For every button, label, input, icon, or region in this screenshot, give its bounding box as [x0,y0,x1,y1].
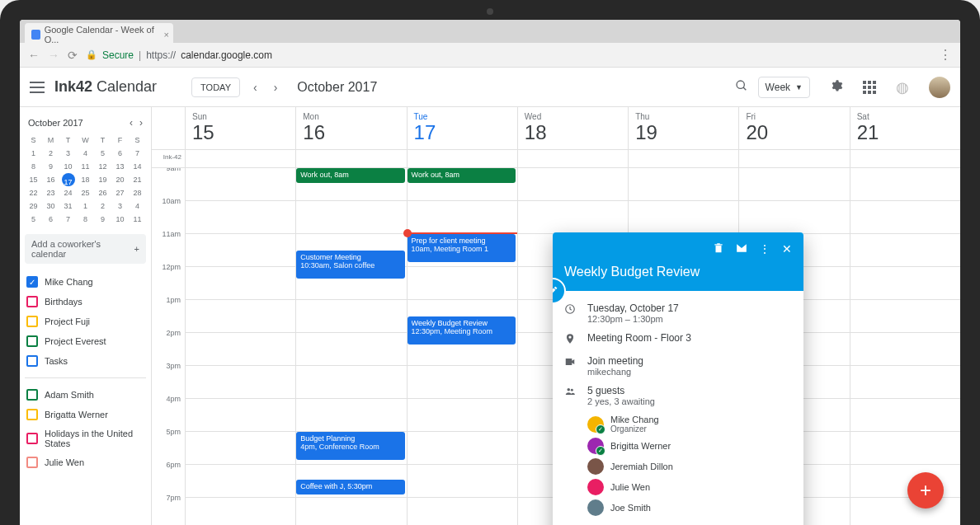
mini-cal-day[interactable]: 16 [42,173,59,186]
more-options-icon[interactable]: ⋮ [759,242,770,256]
mini-cal-day[interactable]: 13 [111,160,129,173]
calendar-event[interactable]: Customer Meeting10:30am, Salon coffee [296,251,404,279]
add-coworker-input[interactable]: Add a coworker's calendar + [25,234,146,264]
mini-cal-day[interactable]: 2 [94,199,111,213]
calendar-list-item[interactable]: Birthdays [25,292,146,312]
day-header[interactable]: Fri20 [738,107,849,149]
mini-cal-day[interactable]: 25 [77,186,94,199]
account-avatar[interactable] [929,77,950,98]
mini-cal-day[interactable]: 26 [94,186,111,199]
mini-prev-month-button[interactable]: ‹ [130,117,133,129]
calendar-checkbox[interactable] [26,355,38,367]
calendar-list-item[interactable]: Tasks [25,351,146,371]
reload-button[interactable]: ⟳ [68,49,78,62]
notifications-icon[interactable]: ◍ [896,78,909,96]
mini-cal-day[interactable]: 27 [111,186,129,199]
email-icon[interactable] [736,242,747,256]
calendar-list-item[interactable]: Julie Wen [25,452,146,472]
calendar-event[interactable]: Coffee with J, 5:30pm [296,480,404,495]
mini-cal-day[interactable]: 7 [129,147,146,160]
mini-cal-day[interactable]: 23 [42,186,59,199]
mini-cal-day[interactable]: 18 [77,173,94,186]
mini-cal-day[interactable]: 6 [42,213,59,226]
search-icon[interactable] [735,79,748,96]
plus-icon[interactable]: + [134,244,139,254]
mini-cal-day[interactable]: 19 [94,173,111,186]
browser-menu-icon[interactable]: ⋮ [939,47,952,63]
calendar-list-item[interactable]: Brigatta Werner [25,405,146,424]
calendar-checkbox[interactable] [26,316,38,327]
create-event-fab[interactable]: + [907,472,944,509]
settings-gear-icon[interactable] [830,79,843,96]
mini-cal-day[interactable]: 11 [129,213,146,226]
back-button[interactable]: ← [28,49,40,62]
mini-cal-day[interactable]: 11 [77,160,94,173]
prev-week-button[interactable]: ‹ [250,81,261,94]
calendar-list-item[interactable]: Holidays in the United States [25,424,146,452]
day-header[interactable]: Mon16 [295,107,406,149]
join-meeting-link[interactable]: Join meeting [587,355,792,367]
mini-cal-day[interactable]: 4 [77,147,94,160]
calendar-event[interactable]: Prep for client meeting10am, Meeting Roo… [408,234,516,262]
mini-next-month-button[interactable]: › [139,117,143,129]
apps-grid-icon[interactable] [863,81,876,94]
view-selector[interactable]: Week ▼ [758,77,810,98]
mini-cal-day[interactable]: 4 [129,199,146,213]
calendar-checkbox[interactable] [26,409,38,420]
mini-cal-day[interactable]: 7 [59,213,77,226]
mini-calendar[interactable]: SMTWTFS123456789101112131415161718192021… [25,134,146,226]
mini-cal-day[interactable]: 30 [42,199,59,213]
main-menu-button[interactable] [30,82,45,93]
mini-cal-day[interactable]: 10 [111,213,129,226]
calendar-event[interactable]: Budget Planning4pm, Conference Room [296,432,404,460]
mini-cal-day[interactable]: 8 [25,160,42,173]
mini-cal-day[interactable]: 12 [94,160,111,173]
day-column[interactable]: Work out, 8amPrep for client meeting10am… [407,168,517,525]
mini-cal-day[interactable]: 1 [25,147,42,160]
calendar-checkbox[interactable] [26,389,38,401]
mini-cal-day[interactable]: 3 [111,199,129,213]
mini-cal-day[interactable]: 10 [59,160,77,173]
close-icon[interactable]: ✕ [782,242,792,256]
mini-cal-day[interactable]: 6 [111,147,129,160]
calendar-checkbox[interactable] [26,433,38,444]
calendar-checkbox[interactable] [26,335,38,347]
browser-tab[interactable]: Google Calendar - Week of O... × [25,23,173,43]
forward-button[interactable]: → [48,49,59,62]
next-week-button[interactable]: › [271,81,281,94]
day-header[interactable]: Wed18 [517,107,628,149]
mini-cal-day[interactable]: 15 [25,173,42,186]
day-column[interactable] [850,168,960,525]
mini-cal-day[interactable]: 22 [25,186,42,199]
day-column[interactable] [185,168,295,525]
mini-cal-day[interactable]: 1 [77,199,94,213]
mini-cal-day[interactable]: 9 [42,160,59,173]
calendar-list-item[interactable]: Project Everest [25,331,146,351]
mini-cal-day[interactable]: 28 [129,186,146,199]
day-header[interactable]: Sat21 [850,107,960,149]
calendar-list-item[interactable]: Adam Smith [25,385,146,405]
today-button[interactable]: TODAY [191,77,240,97]
mini-cal-day[interactable]: 20 [111,173,129,186]
day-header[interactable]: Thu19 [628,107,738,149]
day-column[interactable]: Work out, 8amCustomer Meeting10:30am, Sa… [295,168,406,525]
close-icon[interactable]: × [164,30,169,40]
mini-cal-day[interactable]: 5 [25,213,42,226]
mini-cal-day[interactable]: 8 [77,213,94,226]
calendar-event[interactable]: Weekly Budget Review12:30pm, Meeting Roo… [408,316,516,345]
calendar-list-item[interactable]: Mike Chang [25,272,146,292]
calendar-checkbox[interactable] [26,296,38,307]
mini-cal-day[interactable]: 17 [62,173,75,186]
mini-cal-day[interactable]: 29 [25,199,42,213]
mini-cal-day[interactable]: 2 [42,147,59,160]
day-header[interactable]: Sun15 [185,107,295,149]
calendar-event[interactable]: Work out, 8am [408,168,516,183]
calendar-list-item[interactable]: Project Fuji [25,312,146,331]
mini-cal-day[interactable]: 24 [59,186,77,199]
mini-cal-day[interactable]: 3 [59,147,77,160]
mini-cal-day[interactable]: 9 [94,213,111,226]
calendar-checkbox[interactable] [26,276,38,288]
delete-icon[interactable] [713,242,724,256]
day-header[interactable]: Tue17 [407,107,517,149]
mini-cal-day[interactable]: 14 [129,160,146,173]
